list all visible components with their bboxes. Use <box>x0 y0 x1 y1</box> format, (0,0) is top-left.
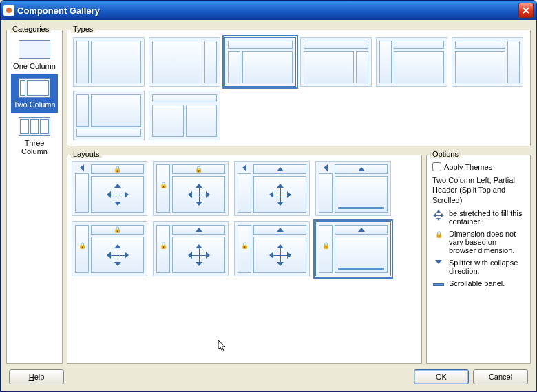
svg-point-0 <box>6 8 12 13</box>
layout-description: Two Column Left, Partial Header (Split T… <box>432 175 525 205</box>
splitter-up-icon <box>277 167 284 171</box>
type-tile[interactable] <box>376 37 448 87</box>
type-tile[interactable] <box>73 37 145 87</box>
categories-label: Categories <box>10 25 51 33</box>
layout-tile[interactable]: 🔒 <box>315 221 391 276</box>
splitter-up-icon <box>196 228 202 232</box>
layouts-panel: 🔒 🔒 🔒 <box>67 155 422 364</box>
layout-tile[interactable]: 🔒 <box>153 221 229 276</box>
stretch-icon <box>107 184 128 205</box>
cursor-icon <box>218 340 227 353</box>
lock-icon: 🔒 <box>157 242 169 249</box>
lock-icon: 🔒 <box>157 182 169 188</box>
one-column-icon <box>19 40 50 59</box>
lock-icon: 🔒 <box>114 226 121 233</box>
lock-icon: 🔒 <box>195 166 202 173</box>
stretch-icon <box>107 245 128 265</box>
legend-stretch: be stretched to fill this container. <box>449 209 525 226</box>
types-label: Types <box>71 25 95 33</box>
three-column-icon <box>19 117 50 136</box>
apply-themes-checkbox[interactable]: Apply Themes <box>432 162 525 171</box>
options-panel: Apply Themes Two Column Left, Partial He… <box>426 155 531 364</box>
splitter-up-icon <box>358 228 365 232</box>
splitter-left-icon <box>324 164 328 171</box>
layout-tile[interactable] <box>234 161 310 216</box>
dialog-buttons: Help OK Cancel <box>6 368 531 386</box>
splitter-icon <box>435 260 442 264</box>
lock-icon: 🔒 <box>238 242 251 249</box>
layout-tile[interactable] <box>315 161 391 216</box>
layout-tile[interactable]: 🔒 🔒 <box>153 161 229 216</box>
layouts-label: Layouts <box>71 150 102 158</box>
stretch-icon <box>189 245 209 265</box>
stretch-icon <box>270 245 291 265</box>
legend-lock: Dimension does not vary based on browser… <box>449 230 525 254</box>
layout-tile[interactable]: 🔒 🔒 <box>72 221 147 276</box>
category-label: Two Column <box>12 100 56 109</box>
categories-panel: One Column Two Column Three Column <box>6 30 63 364</box>
lock-icon: 🔒 <box>76 242 88 249</box>
stretch-icon <box>270 184 291 205</box>
lock-icon: 🔒 <box>319 242 332 249</box>
category-one-column[interactable]: One Column <box>11 36 58 74</box>
splitter-left-icon <box>242 164 246 171</box>
type-tile[interactable] <box>300 37 372 87</box>
stretch-icon <box>434 210 443 220</box>
apply-themes-input[interactable] <box>432 162 441 171</box>
type-tile[interactable] <box>452 37 523 87</box>
category-label: One Column <box>12 62 56 70</box>
apply-themes-label: Apply Themes <box>444 163 492 171</box>
scroll-indicator <box>338 268 384 270</box>
type-tile[interactable] <box>149 37 220 87</box>
type-tile[interactable] <box>73 91 145 140</box>
lock-icon: 🔒 <box>435 231 443 238</box>
help-button[interactable]: Help <box>9 369 64 384</box>
scroll-indicator <box>338 207 384 209</box>
legend-splitter: Splitter with collapse direction. <box>449 259 525 275</box>
two-column-icon <box>19 78 50 98</box>
stretch-icon <box>189 184 209 205</box>
scroll-icon <box>433 283 444 286</box>
splitter-up-icon <box>358 167 365 171</box>
lock-icon: 🔒 <box>114 166 121 173</box>
type-tile[interactable] <box>149 91 220 140</box>
type-tile[interactable] <box>224 37 296 87</box>
splitter-up-icon <box>277 228 284 232</box>
splitter-left-icon <box>80 164 84 171</box>
category-three-column[interactable]: Three Column <box>11 113 58 160</box>
close-icon <box>523 7 529 14</box>
window-title: Component Gallery <box>17 6 518 16</box>
dialog-content: Categories One Column Two Column Thre <box>1 20 536 391</box>
close-button[interactable] <box>518 3 534 18</box>
app-icon <box>3 5 14 16</box>
legend-scroll: Scrollable panel. <box>449 279 525 287</box>
cancel-button[interactable]: Cancel <box>473 369 528 384</box>
layout-tile[interactable]: 🔒 <box>234 221 310 276</box>
layout-tile[interactable]: 🔒 <box>72 161 147 216</box>
category-label: Three Column <box>12 139 56 155</box>
options-label: Options <box>430 150 461 158</box>
dialog-window: Component Gallery Categories One Column <box>0 0 537 392</box>
types-panel <box>67 30 531 146</box>
category-two-column[interactable]: Two Column <box>11 74 58 113</box>
titlebar: Component Gallery <box>1 1 536 20</box>
ok-button[interactable]: OK <box>414 369 469 384</box>
